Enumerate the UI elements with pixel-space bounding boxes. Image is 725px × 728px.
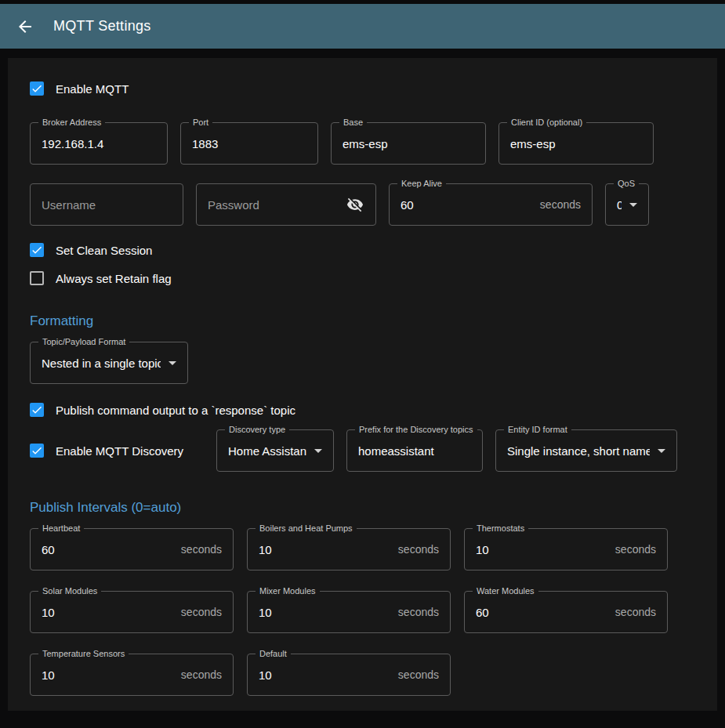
entity-id-format-select[interactable]: Entity ID format Single instance, short … (495, 429, 677, 472)
default-interval-field[interactable]: Default seconds (247, 654, 451, 696)
heartbeat-interval-field[interactable]: Heartbeat seconds (30, 528, 234, 570)
field-label: Entity ID format (504, 425, 571, 435)
unit-suffix: seconds (615, 606, 656, 618)
password-field[interactable] (196, 183, 376, 226)
enable-discovery-checkbox[interactable]: Enable MQTT Discovery (30, 444, 204, 458)
retain-flag-checkbox[interactable]: Always set Retain flag (30, 271, 695, 285)
unit-suffix: seconds (181, 606, 222, 618)
client-id-input[interactable] (510, 137, 642, 150)
mixer-interval-input[interactable] (259, 606, 392, 619)
checkbox-label: Enable MQTT (56, 82, 129, 96)
discovery-type-select[interactable]: Discovery type Home Assistant (216, 429, 334, 472)
boilers-interval-field[interactable]: Boilers and Heat Pumps seconds (247, 528, 451, 570)
dropdown-arrow-icon (658, 449, 665, 453)
select-value: Home Assistant (228, 444, 306, 458)
port-input[interactable] (192, 137, 306, 150)
checkbox-checked-icon (30, 81, 44, 96)
unit-suffix: seconds (540, 198, 581, 211)
default-interval-input[interactable] (259, 668, 392, 682)
solar-interval-input[interactable] (42, 606, 175, 619)
password-input[interactable] (208, 198, 339, 212)
discovery-row: Enable MQTT Discovery Discovery type Hom… (30, 429, 695, 472)
unit-suffix: seconds (181, 543, 222, 556)
field-label: Discovery type (225, 425, 289, 435)
field-label: Temperature Sensors (38, 649, 129, 659)
toggle-password-visibility-button[interactable] (346, 195, 364, 214)
publish-intervals-heading: Publish Intervals (0=auto) (30, 500, 695, 516)
field-label: Mixer Modules (256, 586, 320, 596)
enable-mqtt-checkbox[interactable]: Enable MQTT (30, 81, 695, 96)
dropdown-arrow-icon (629, 203, 637, 207)
intervals-grid: Heartbeat seconds Boilers and Heat Pumps… (30, 528, 695, 696)
dropdown-arrow-icon (314, 449, 322, 453)
unit-suffix: seconds (398, 668, 439, 681)
base-field[interactable]: Base (331, 122, 486, 165)
checkbox-label: Publish command output to a `response` t… (56, 404, 295, 417)
checkbox-label: Always set Retain flag (56, 272, 172, 285)
visibility-off-icon (346, 196, 364, 213)
formatting-heading: Formatting (30, 313, 695, 329)
field-label: Topic/Payload Format (38, 337, 129, 347)
port-field[interactable]: Port (180, 122, 318, 165)
mqtt-settings-form: Enable MQTT Broker Address Port Base Cli… (8, 58, 717, 711)
topic-format-select[interactable]: Topic/Payload Format Nested in a single … (30, 342, 188, 384)
app-bar: MQTT Settings (0, 4, 725, 49)
field-label: Port (189, 118, 212, 128)
broker-address-input[interactable] (42, 137, 156, 150)
temperature-sensors-interval-input[interactable] (42, 668, 175, 682)
thermostats-interval-field[interactable]: Thermostats seconds (464, 528, 668, 570)
unit-suffix: seconds (181, 668, 222, 681)
discovery-prefix-input[interactable] (358, 444, 471, 458)
keep-alive-input[interactable] (401, 198, 534, 212)
checkbox-checked-icon (30, 243, 44, 257)
qos-select[interactable]: QoS 0 (605, 183, 649, 226)
field-label: Thermostats (473, 523, 528, 534)
field-label: Default (256, 649, 291, 659)
field-label: Keep Alive (397, 179, 446, 189)
clean-session-checkbox[interactable]: Set Clean Session (30, 243, 695, 257)
unit-suffix: seconds (615, 543, 656, 556)
dropdown-arrow-icon (169, 361, 176, 365)
client-id-field[interactable]: Client ID (optional) (498, 122, 654, 165)
connection-row-2: Keep Alive seconds QoS 0 (30, 183, 695, 226)
field-label: Client ID (optional) (507, 118, 586, 128)
arrow-back-icon (16, 17, 34, 36)
field-label: Broker Address (38, 118, 105, 128)
checkbox-label: Set Clean Session (56, 244, 152, 257)
field-label: Boilers and Heat Pumps (256, 523, 357, 534)
unit-suffix: seconds (398, 606, 439, 618)
water-interval-input[interactable] (476, 606, 609, 619)
checkbox-label: Enable MQTT Discovery (56, 444, 183, 458)
connection-row-1: Broker Address Port Base Client ID (opti… (30, 122, 695, 165)
select-value: 0 (617, 198, 622, 212)
username-input[interactable] (42, 198, 172, 212)
discovery-prefix-field[interactable]: Prefix for the Discovery topics (346, 429, 483, 472)
mixer-interval-field[interactable]: Mixer Modules seconds (247, 591, 451, 633)
field-label: QoS (614, 179, 639, 189)
checkbox-checked-icon (30, 444, 44, 458)
boilers-interval-input[interactable] (259, 543, 392, 556)
field-label: Prefix for the Discovery topics (355, 425, 477, 435)
checkbox-unchecked-icon (30, 271, 44, 285)
field-label: Water Modules (473, 586, 538, 596)
keep-alive-field[interactable]: Keep Alive seconds (389, 183, 593, 226)
field-label: Solar Modules (38, 586, 101, 596)
thermostats-interval-input[interactable] (476, 543, 609, 556)
base-input[interactable] (343, 137, 474, 150)
back-button[interactable] (16, 17, 34, 36)
select-value: Nested in a single topic (42, 357, 161, 370)
heartbeat-interval-input[interactable] (42, 543, 175, 556)
checkbox-checked-icon (30, 403, 44, 417)
broker-address-field[interactable]: Broker Address (30, 122, 168, 165)
temperature-sensors-interval-field[interactable]: Temperature Sensors seconds (30, 654, 234, 696)
water-interval-field[interactable]: Water Modules seconds (464, 591, 668, 633)
page-title: MQTT Settings (53, 18, 151, 34)
unit-suffix: seconds (398, 543, 439, 556)
solar-interval-field[interactable]: Solar Modules seconds (30, 591, 234, 633)
field-label: Base (339, 118, 367, 128)
select-value: Single instance, short name (507, 444, 650, 458)
username-field[interactable] (30, 183, 183, 226)
field-label: Heartbeat (38, 523, 84, 534)
publish-response-checkbox[interactable]: Publish command output to a `response` t… (30, 403, 695, 417)
